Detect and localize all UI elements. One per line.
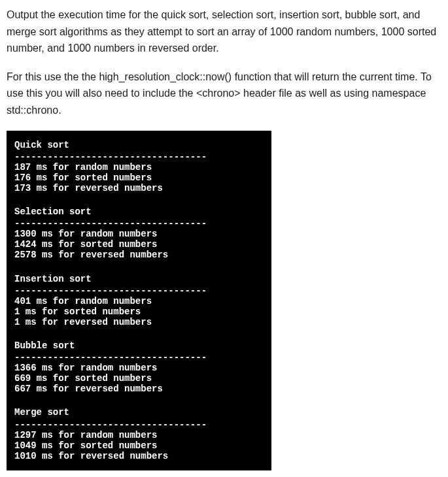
terminal-line: 1010 ms for reversed numbers	[14, 451, 264, 461]
terminal-title: Insertion sort	[14, 271, 264, 286]
terminal-line: 667 ms for reversed numbers	[14, 384, 264, 394]
terminal-line: 187 ms for random numbers	[14, 162, 264, 173]
problem-description: Output the execution time for the quick …	[7, 7, 441, 119]
terminal-output: Quick sort -----------------------------…	[7, 131, 271, 470]
terminal-divider: -----------------------------------	[14, 286, 264, 296]
terminal-title: Selection sort	[14, 204, 264, 218]
terminal-divider: -----------------------------------	[14, 218, 264, 229]
terminal-blank	[14, 395, 264, 404]
description-para-1: Output the execution time for the quick …	[7, 7, 441, 57]
terminal-blank	[14, 329, 264, 338]
terminal-line: 2578 ms for reversed numbers	[14, 250, 264, 260]
terminal-line: 1424 ms for sorted numbers	[14, 239, 264, 250]
terminal-line: 1297 ms for random numbers	[14, 430, 264, 440]
description-para-2: For this use the the high_resolution_clo…	[7, 69, 441, 119]
terminal-blank	[14, 195, 264, 204]
terminal-section-selection-sort: Selection sort -------------------------…	[14, 204, 264, 260]
terminal-line: 1300 ms for random numbers	[14, 229, 264, 239]
terminal-line: 173 ms for reversed numbers	[14, 183, 264, 193]
terminal-section-merge-sort: Merge sort -----------------------------…	[14, 404, 264, 461]
terminal-line: 1 ms for sorted numbers	[14, 306, 264, 317]
terminal-divider: -----------------------------------	[14, 352, 264, 363]
terminal-title: Quick sort	[14, 137, 264, 152]
terminal-section-quick-sort: Quick sort -----------------------------…	[14, 137, 264, 193]
terminal-line: 669 ms for sorted numbers	[14, 373, 264, 384]
terminal-line: 1 ms for reversed numbers	[14, 317, 264, 327]
terminal-line: 176 ms for sorted numbers	[14, 173, 264, 183]
terminal-line: 1366 ms for random numbers	[14, 363, 264, 373]
terminal-section-insertion-sort: Insertion sort -------------------------…	[14, 271, 264, 327]
terminal-divider: -----------------------------------	[14, 419, 264, 430]
terminal-title: Merge sort	[14, 404, 264, 419]
terminal-section-bubble-sort: Bubble sort ----------------------------…	[14, 338, 264, 394]
terminal-line: 1049 ms for sorted numbers	[14, 440, 264, 451]
terminal-title: Bubble sort	[14, 338, 264, 352]
terminal-blank	[14, 262, 264, 271]
terminal-line: 401 ms for random numbers	[14, 296, 264, 306]
terminal-divider: -----------------------------------	[14, 152, 264, 162]
